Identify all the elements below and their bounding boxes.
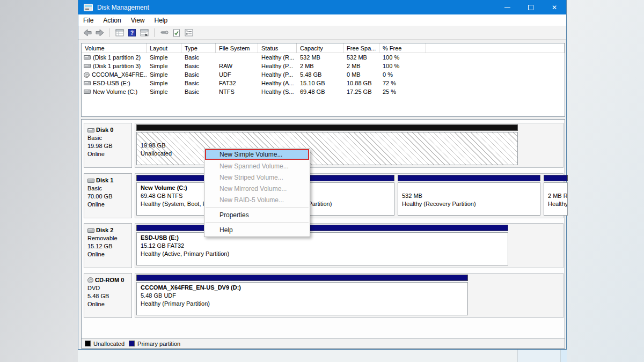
menu-action[interactable]: Action [98, 16, 126, 25]
primary-partition-band [398, 175, 540, 181]
cdrom-label-panel[interactable]: CD-ROM 0 DVD 5.48 GB Online [84, 273, 132, 318]
cell-capacity: 2 MB [297, 63, 343, 69]
minimize-button[interactable] [495, 0, 519, 14]
menu-item-new-mirrored-volume: New Mirrored Volume... [204, 183, 310, 194]
partition-status: Healthy (Recovery Partition) [402, 200, 540, 208]
disk-status: Online [87, 150, 129, 158]
forward-icon[interactable] [95, 28, 105, 37]
menu-item-new-simple-volume[interactable]: New Simple Volume... [205, 149, 309, 160]
disk-kind: Basic [87, 184, 129, 193]
disk-status: Online [87, 300, 129, 308]
cell-type: Basic [181, 63, 216, 69]
disk-management-window: Disk Management ✕ File Action View Help … [78, 0, 567, 350]
context-menu: New Simple Volume... New Spanned Volume.… [204, 148, 310, 237]
graphical-view: Disk 0 Basic 19.98 GB Online 19.98 GB Un… [81, 119, 565, 349]
table-row[interactable]: New Volume (C:) Simple Basic NTFS Health… [82, 87, 565, 96]
export-list-icon[interactable] [140, 28, 149, 37]
maximize-icon [528, 5, 533, 10]
close-button[interactable]: ✕ [543, 0, 566, 14]
cell-filesystem: UDF [216, 71, 258, 78]
cell-filesystem: RAW [216, 63, 258, 69]
cell-capacity: 5.48 GB [297, 71, 343, 78]
cell-status: Healthy (S... [258, 88, 297, 95]
column-header-capacity[interactable]: Capacity [297, 43, 343, 53]
disk-kind: Removable [87, 234, 129, 242]
menu-file[interactable]: File [78, 16, 98, 25]
minimize-icon [504, 7, 510, 8]
disk1-label-panel[interactable]: Disk 1 Basic 70.00 GB Online [84, 173, 132, 218]
cell-capacity: 69.48 GB [297, 88, 343, 95]
primary-partition-band [136, 275, 468, 281]
help-icon[interactable]: ? [127, 28, 137, 37]
partition-label [402, 184, 540, 192]
disk-row-0: Disk 0 Basic 19.98 GB Online 19.98 GB Un… [84, 123, 564, 168]
disk-status: Online [87, 201, 129, 209]
column-header-type[interactable]: Type [181, 43, 216, 53]
partition-status: Unallocated [141, 150, 517, 158]
menu-separator [206, 222, 309, 223]
svg-text:?: ? [130, 30, 134, 36]
partition-size: 5.48 GB UDF [141, 292, 467, 300]
properties-icon[interactable] [184, 28, 194, 37]
partition-label: ESD-USB (E:) [141, 234, 508, 242]
cell-pctfree: 25 % [379, 88, 426, 95]
disk-name: Disk 1 [96, 176, 113, 184]
close-icon: ✕ [552, 4, 557, 11]
menu-help[interactable]: Help [150, 16, 173, 25]
partition-recovery[interactable]: 532 MB Healthy (Recovery Partition) [398, 175, 540, 217]
cell-pctfree: 72 % [379, 80, 426, 86]
disk-icon [84, 55, 91, 60]
partition-label [141, 134, 517, 142]
action-check-icon[interactable] [172, 28, 181, 37]
cell-type: Basic [181, 71, 216, 78]
column-header-filesystem[interactable]: File System [216, 43, 258, 53]
menu-view[interactable]: View [126, 16, 150, 25]
menu-bar: File Action View Help [78, 14, 566, 26]
disk-size: 70.00 GB [87, 193, 129, 201]
maximize-button[interactable] [519, 0, 543, 14]
disk-size: 15.12 GB [87, 242, 129, 250]
partition-size: 19.98 GB [141, 142, 517, 150]
menu-item-help[interactable]: Help [204, 224, 310, 235]
console-window-icon[interactable] [115, 28, 125, 37]
unallocated-region[interactable]: 19.98 GB Unallocated [136, 124, 518, 166]
column-header-pctfree[interactable]: % Free [379, 43, 426, 53]
disk0-label-panel[interactable]: Disk 0 Basic 19.98 GB Online [84, 123, 132, 168]
window-title: Disk Management [97, 4, 149, 11]
back-icon[interactable] [83, 28, 92, 37]
legend-label: Unallocated [93, 341, 125, 347]
partition-label [548, 184, 567, 192]
app-icon [84, 4, 93, 11]
disk2-label-panel[interactable]: Disk 2 Removable 15.12 GB Online [84, 223, 132, 268]
table-row[interactable]: CCCOMA_X64FRE... Simple Basic UDF Health… [82, 70, 565, 79]
disk0-bars: 19.98 GB Unallocated [135, 123, 564, 168]
table-row[interactable]: (Disk 1 partition 2) Simple Basic Health… [82, 53, 565, 62]
partition-esd-usb[interactable]: ESD-USB (E:) 15.12 GB FAT32 Healthy (Act… [136, 225, 508, 267]
cd-icon [87, 277, 93, 283]
cell-capacity: 15.10 GB [297, 80, 343, 86]
column-header-freespace[interactable]: Free Spa... [343, 43, 379, 53]
disk-icon [87, 228, 94, 233]
partition-dvd[interactable]: CCCOMA_X64FRE_EN-US_DV9 (D:) 5.48 GB UDF… [136, 275, 468, 316]
cell-layout: Simple [147, 54, 181, 61]
cell-layout: Simple [147, 80, 181, 86]
disk-icon [84, 64, 91, 68]
column-header-volume[interactable]: Volume [82, 43, 147, 53]
column-header-status[interactable]: Status [258, 43, 297, 53]
cell-status: Healthy (P... [258, 71, 297, 78]
cell-layout: Simple [147, 88, 181, 95]
column-header-filler [426, 43, 565, 53]
toolbar-separator [109, 28, 110, 37]
disk1-bars: New Volume (C:) 69.48 GB NTFS Healthy (S… [135, 173, 564, 218]
volume-list-header: Volume Layout Type File System Status Ca… [82, 43, 565, 53]
toolbar-separator [154, 28, 155, 37]
partition-2mb[interactable]: 2 MB RAW Healthy (Primary Partition) [544, 175, 568, 217]
table-row[interactable]: (Disk 1 partition 3) Simple Basic RAW He… [82, 62, 565, 70]
disk-icon [87, 128, 94, 132]
menu-item-properties[interactable]: Properties [204, 209, 310, 220]
popup-menu-icon[interactable] [159, 28, 169, 37]
column-header-layout[interactable]: Layout [147, 43, 181, 53]
cell-pctfree: 100 % [379, 54, 426, 61]
disk-kind: DVD [87, 284, 129, 292]
table-row[interactable]: ESD-USB (E:) Simple Basic FAT32 Healthy … [82, 79, 565, 87]
